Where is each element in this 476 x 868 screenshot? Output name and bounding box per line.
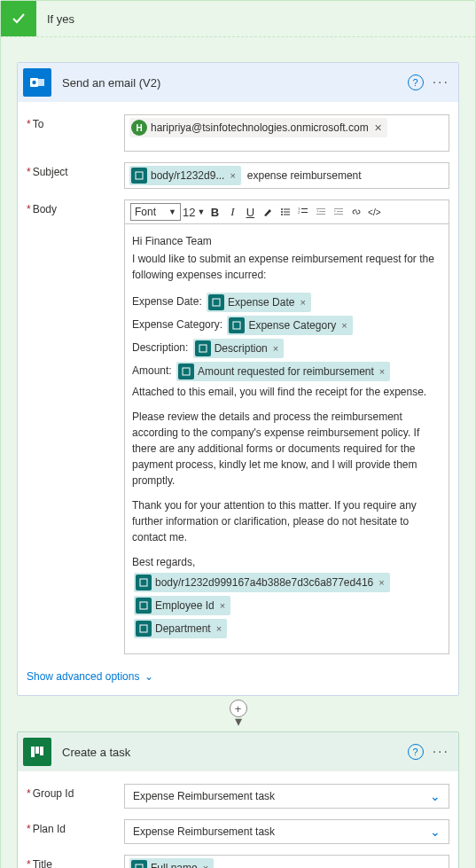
body-text: Description: [132,341,188,354]
create-task-action: Create a task ? ··· *Group Id Expense Re… [17,731,459,868]
body-text: Expense Date: [132,295,202,308]
svg-rect-9 [284,215,290,215]
bullet-list-button[interactable] [277,203,293,221]
svg-rect-25 [140,602,147,609]
number-list-button[interactable]: 12 [295,203,311,221]
more-menu-icon[interactable]: ··· [433,744,449,760]
font-select[interactable]: Font▼ [130,203,181,221]
svg-rect-30 [136,864,143,868]
body-label: *Body [27,199,124,215]
dynamic-content-icon [131,168,147,184]
plan-select[interactable]: Expense Reimbursement task⌄ [124,819,449,844]
dynamic-content-icon [131,860,147,868]
svg-rect-3 [136,172,143,179]
svg-text:2: 2 [298,210,300,215]
remove-icon[interactable]: × [377,575,386,590]
remove-icon[interactable]: × [228,170,237,181]
send-email-action: Send an email (V2) ? ··· *To H haripriya… [17,62,459,696]
body-editor[interactable]: Hi Finance Team I would like to submit a… [124,223,449,654]
dynamic-token[interactable]: Expense Date× [207,293,311,312]
planner-icon [23,738,51,766]
chevron-down-icon: ⌄ [144,670,153,683]
svg-rect-11 [301,208,308,209]
body-text: Attached to this email, you will find th… [132,384,441,400]
body-text: Thank you for your attention to this mat… [132,497,441,545]
code-view-button[interactable]: </> [366,203,382,221]
field-row-to: *To H haripriya@tsinfotechnologies.onmic… [18,102,458,157]
fontsize-select[interactable]: 12 ▼ [183,203,205,221]
svg-rect-24 [140,579,147,586]
more-menu-icon[interactable]: ··· [433,74,449,90]
body-text: I would like to submit an expense reimbu… [132,251,441,283]
body-text: Best regards, [132,554,441,570]
svg-rect-5 [284,209,290,210]
body-text: Please review the details and process th… [132,409,441,489]
svg-rect-7 [284,212,290,213]
bold-button[interactable]: B [207,203,222,221]
svg-rect-29 [40,747,43,755]
dynamic-token[interactable]: Full name× [129,858,214,868]
underline-button[interactable]: U [242,203,258,221]
subject-input[interactable]: body/r1232d9... × expense reimbursement [124,162,449,189]
remove-icon[interactable]: × [339,318,348,333]
remove-icon[interactable]: × [298,295,307,310]
action-title: Send an email (V2) [51,76,408,90]
group-select[interactable]: Expense Reimbursement task⌄ [124,784,449,809]
svg-rect-22 [199,345,207,352]
remove-icon[interactable]: × [215,622,223,637]
help-icon[interactable]: ? [408,744,424,760]
remove-icon[interactable]: × [378,364,386,379]
body-text: Expense Category: [132,318,222,331]
dynamic-token[interactable]: Expense Category× [227,316,352,335]
dynamic-token[interactable]: Description× [193,339,284,358]
outdent-button[interactable] [313,203,329,221]
field-row-plan: *Plan Id Expense Reimbursement task⌄ [18,814,458,849]
action-header-task[interactable]: Create a task ? ··· [18,732,458,771]
show-advanced-link[interactable]: Show advanced options ⌄ [18,660,458,695]
title-label: *Title [27,855,124,868]
svg-rect-28 [35,747,39,754]
dynamic-content-icon [229,317,245,333]
body-text: Amount: [132,364,172,377]
svg-rect-19 [334,214,343,215]
condition-header[interactable]: If yes [1,1,475,36]
recipient-email: haripriya@tsinfotechnologies.onmicrosoft… [151,121,369,134]
dynamic-token[interactable]: Employee Id× [134,596,230,615]
svg-rect-23 [183,368,190,375]
svg-rect-26 [140,625,147,632]
svg-rect-27 [31,747,35,757]
dynamic-content-icon [136,598,152,614]
remove-icon[interactable]: × [271,341,280,356]
help-icon[interactable]: ? [408,74,424,90]
title-input[interactable]: Full name× [124,855,449,868]
remove-icon[interactable]: × [201,863,210,868]
field-row-group: *Group Id Expense Reimbursement task⌄ [18,771,458,814]
dynamic-token[interactable]: Department× [134,619,227,638]
subject-label: *Subject [27,162,124,178]
arrow-down-icon: ▾ [235,717,242,726]
svg-point-4 [281,208,283,210]
remove-icon[interactable]: × [218,598,227,614]
link-button[interactable] [348,203,364,221]
indent-button[interactable] [331,203,347,221]
dynamic-token[interactable]: body/r1232d9... × [129,166,241,185]
highlight-button[interactable] [260,203,276,221]
chevron-down-icon: ▼ [197,207,205,216]
action-title: Create a task [51,746,408,759]
action-header-email[interactable]: Send an email (V2) ? ··· [18,63,458,102]
to-label: *To [27,114,124,130]
chevron-down-icon: ⌄ [426,825,444,839]
svg-rect-15 [319,211,325,212]
dynamic-token[interactable]: Amount requested for reimbursement× [176,362,390,381]
remove-icon[interactable]: ✕ [372,122,384,134]
to-input[interactable]: H haripriya@tsinfotechnologies.onmicroso… [124,114,449,152]
subject-text: expense reimbursement [244,168,365,184]
svg-rect-1 [38,79,44,86]
recipient-pill[interactable]: H haripriya@tsinfotechnologies.onmicroso… [129,118,387,137]
dynamic-token[interactable]: body/r1232d999167a4b388e7d3c6a877ed416× [134,573,390,592]
condition-content: Send an email (V2) ? ··· *To H haripriya… [1,36,475,868]
field-row-body: *Body Font▼ 12 ▼ B I U 12 </> [18,194,458,660]
italic-button[interactable]: I [224,203,240,221]
svg-rect-16 [316,214,325,215]
svg-rect-18 [337,211,343,212]
